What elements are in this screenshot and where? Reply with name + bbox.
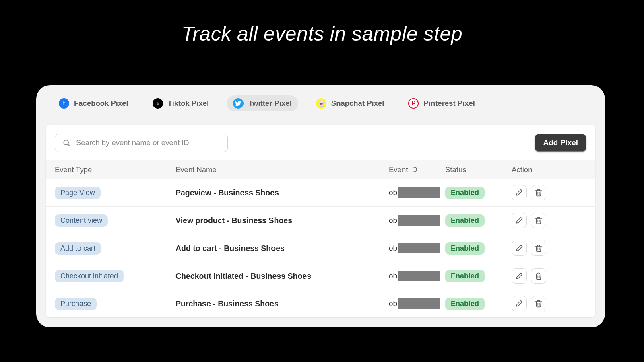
table-row: PurchasePurchase - Business ShoesobEnabl… (46, 290, 595, 317)
twitter-icon (233, 98, 244, 109)
event-name: Pageview - Business Shoes (175, 188, 389, 197)
event-id-prefix: ob (389, 272, 397, 280)
event-name: View product - Business Shoes (175, 216, 389, 225)
events-panel: Add Pixel Event Type Event Name Event ID… (46, 125, 595, 317)
snapchat-icon: 👻 (316, 98, 326, 109)
trash-icon (535, 244, 543, 252)
search-input[interactable] (76, 138, 220, 147)
add-pixel-button[interactable]: Add Pixel (535, 134, 586, 152)
search-box[interactable] (55, 134, 228, 152)
event-id-prefix: ob (389, 216, 397, 225)
col-event-name: Event Name (175, 165, 389, 174)
status-badge: Enabled (445, 242, 485, 255)
tab-label: Pinterest Pixel (423, 99, 475, 108)
tab-facebook-pixel[interactable]: fFacebook Pixel (52, 95, 135, 111)
event-id: ob (389, 271, 445, 281)
event-id-redacted (398, 298, 440, 309)
trash-icon (535, 300, 543, 308)
edit-button[interactable] (512, 213, 527, 228)
status-badge: Enabled (445, 187, 485, 199)
pencil-icon (515, 216, 523, 224)
panel-toolbar: Add Pixel (46, 125, 595, 160)
tiktok-icon: ♪ (153, 98, 163, 109)
event-name: Checkout initiated - Business Shoes (175, 272, 389, 281)
tab-label: Tiktok Pixel (168, 99, 209, 108)
event-id-redacted (398, 215, 440, 226)
tab-label: Facebook Pixel (74, 99, 128, 108)
tab-label: Twitter Pixel (248, 99, 292, 108)
table-row: Page ViewPageview - Business ShoesobEnab… (46, 179, 595, 207)
pixel-manager-card: fFacebook Pixel♪Tiktok PixelTwitter Pixe… (36, 85, 605, 327)
status-badge: Enabled (445, 214, 485, 227)
event-name: Purchase - Business Shoes (175, 299, 389, 309)
event-id: ob (389, 215, 445, 226)
delete-button[interactable] (531, 296, 546, 311)
event-type-tag: Add to cart (55, 242, 101, 255)
delete-button[interactable] (531, 213, 546, 228)
trash-icon (535, 216, 543, 224)
svg-line-1 (68, 144, 70, 146)
delete-button[interactable] (531, 268, 546, 284)
event-id-prefix: ob (389, 188, 397, 197)
col-status: Status (445, 165, 512, 174)
col-event-id: Event ID (389, 165, 445, 174)
event-type-tag: Page View (55, 187, 101, 199)
edit-button[interactable] (512, 296, 527, 311)
pencil-icon (515, 244, 523, 252)
event-id-prefix: ob (389, 299, 397, 308)
pencil-icon (515, 300, 523, 308)
page-title: Track all events in sample step (0, 0, 644, 45)
event-name: Add to cart - Business Shoes (175, 244, 389, 253)
table-header: Event Type Event Name Event ID Status Ac… (46, 160, 595, 179)
event-type-tag: Purchase (55, 298, 97, 310)
pinterest-icon: P (408, 98, 419, 109)
trash-icon (535, 272, 543, 280)
event-id: ob (389, 243, 445, 253)
table-row: Content viewView product - Business Shoe… (46, 207, 595, 234)
tab-twitter-pixel[interactable]: Twitter Pixel (227, 95, 298, 111)
tab-label: Snapchat Pixel (331, 99, 384, 108)
event-id-redacted (398, 271, 440, 281)
table-body: Page ViewPageview - Business ShoesobEnab… (46, 179, 595, 317)
status-badge: Enabled (445, 298, 485, 310)
tab-pinterest-pixel[interactable]: PPinterest Pixel (402, 95, 481, 111)
pencil-icon (515, 272, 523, 280)
col-event-type: Event Type (55, 165, 175, 174)
tab-snapchat-pixel[interactable]: 👻Snapchat Pixel (310, 95, 391, 111)
table-row: Add to cartAdd to cart - Business Shoeso… (46, 234, 595, 262)
edit-button[interactable] (512, 185, 527, 200)
edit-button[interactable] (512, 241, 527, 256)
delete-button[interactable] (531, 185, 546, 200)
event-id-redacted (398, 187, 440, 198)
delete-button[interactable] (531, 241, 546, 256)
pixel-tabs: fFacebook Pixel♪Tiktok PixelTwitter Pixe… (36, 93, 605, 113)
pencil-icon (515, 189, 523, 197)
tab-tiktok-pixel[interactable]: ♪Tiktok Pixel (146, 95, 215, 111)
col-action: Action (512, 165, 586, 174)
event-id: ob (389, 187, 445, 198)
event-id-redacted (398, 243, 440, 253)
event-type-tag: Checkout initiated (55, 270, 124, 282)
facebook-icon: f (59, 98, 69, 109)
trash-icon (535, 189, 543, 197)
edit-button[interactable] (512, 268, 527, 284)
search-icon (62, 139, 70, 147)
table-row: Checkout initiatedCheckout initiated - B… (46, 262, 595, 290)
event-id-prefix: ob (389, 244, 397, 253)
status-badge: Enabled (445, 270, 485, 282)
event-id: ob (389, 298, 445, 309)
event-type-tag: Content view (55, 214, 108, 227)
